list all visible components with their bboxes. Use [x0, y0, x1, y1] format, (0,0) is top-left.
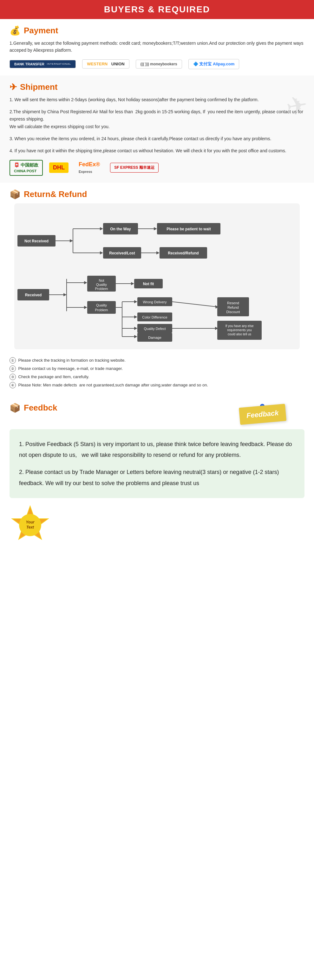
quality-problem-node: Quality [96, 303, 107, 307]
feedback-tag: Feedback [238, 404, 286, 425]
svg-text:requirements you: requirements you [227, 328, 252, 332]
shipment-point-1: 1. We will sent the items within 2-5days… [10, 96, 304, 104]
not-received-node: Not Received [24, 239, 49, 243]
svg-text:Quality: Quality [96, 283, 107, 286]
return-note-2: ② Please contact us by meesage, e-mail, … [10, 365, 304, 372]
return-title-text: Return& Refund [24, 189, 87, 199]
feedback-section: 📦 Feedbck Feedback 1. Positive Feedback … [0, 396, 314, 555]
feedback-tag-text: Feedback [246, 409, 279, 420]
gold-badge-container: Your Text [10, 504, 51, 546]
color-diff-node: Color Difference [142, 315, 167, 319]
svg-rect-32 [87, 301, 116, 314]
damage-node: Damage [148, 336, 162, 339]
svg-text:could also tell us: could also tell us [228, 332, 251, 336]
else-req-node: If you have any else [225, 324, 254, 328]
svg-text:Your: Your [26, 520, 35, 524]
payment-description: 1.Generally, we accept the following pay… [10, 40, 304, 54]
quality-defect-node: Quality Defect [144, 327, 166, 331]
payment-section: 💰 Payment 1.Generally, we accept the fol… [0, 19, 314, 75]
fedex-logo: FedEx®Express [75, 159, 104, 177]
shipment-section: ✈ Shipment 1. We will sent the items wit… [0, 75, 314, 183]
resend-node: Resend [227, 301, 239, 305]
chinapost-logo: 📮 中国邮政CHINA POST [10, 160, 43, 176]
feedback-title-text: Feedbck [24, 403, 57, 413]
shipment-title-text: Shipment [20, 82, 57, 92]
payment-title: 💰 Payment [10, 25, 304, 36]
wrong-delivery-node: Wrong Delivery [143, 300, 167, 304]
feedback-content: 1. Positive Feedback (5 Stars) is very i… [10, 429, 304, 498]
return-note-1: ① Please check the tracking in formation… [10, 357, 304, 364]
received-refund-node: Received/Refund [168, 251, 198, 255]
svg-text:Problem: Problem [95, 308, 108, 312]
received-lost-node: Received/Lost [109, 251, 135, 255]
not-quality-node: Not [98, 278, 104, 282]
svg-text:Refund: Refund [227, 305, 238, 309]
payment-logos: BANK TRANSFER INTERNATIONAL WESTERN UNIO… [10, 59, 304, 69]
moneybookers-logo: ((( ))) moneybookers [136, 60, 182, 68]
feedback-point-1: 1. Positive Feedback (5 Stars) is very i… [19, 439, 295, 460]
svg-text:Text: Text [26, 525, 34, 530]
alipay-logo: 🔷 支付宝 Alipay.com [189, 59, 239, 69]
page-header: BUYERS & REQUIRED [0, 0, 314, 19]
return-flowchart: Not Received On the Way Please be patien… [10, 204, 304, 349]
shipment-point-2: 2.The shipment by China Post Registered … [10, 108, 304, 131]
shipment-point-4: 4. If you have not got it within the shi… [10, 147, 304, 155]
return-note-3: ③ Check the package and Item, carefully. [10, 374, 304, 380]
feedback-title: 📦 Feedbck [10, 402, 57, 413]
return-title: 📦 Return& Refund [10, 189, 304, 200]
return-notes: ① Please check the tracking in formation… [10, 357, 304, 389]
not-fit-node: Not fit [143, 282, 154, 286]
patient-node: Please be patient to wait [167, 227, 211, 231]
shipment-title: ✈ Shipment [10, 82, 304, 92]
return-icon: 📦 [10, 189, 21, 200]
bank-transfer-logo: BANK TRANSFER INTERNATIONAL [10, 60, 76, 68]
payment-icon: 💰 [10, 25, 21, 36]
payment-title-text: Payment [24, 26, 58, 35]
svg-text:Discount: Discount [227, 310, 240, 314]
sf-express-logo: SF EXPRESS 顺丰速运 [110, 163, 159, 173]
feedback-point-2: 2. Please contact us by Trade Manager or… [19, 467, 295, 488]
page-title: BUYERS & REQUIRED [0, 5, 314, 14]
western-union-logo: WESTERN UNION [82, 59, 129, 68]
shipment-icon: ✈ [10, 82, 17, 92]
svg-text:Problem: Problem [95, 287, 108, 291]
shipment-point-3: 3. When you receive the items you ordere… [10, 135, 304, 143]
on-the-way-node: On the Way [110, 227, 131, 231]
return-note-4: ④ Please Note: Men made defects are not … [10, 382, 304, 389]
dhl-logo: DHL [49, 162, 68, 173]
return-section: 📦 Return& Refund Not Received On the Way… [0, 183, 314, 396]
feedback-icon: 📦 [10, 402, 21, 413]
shipping-logos: 📮 中国邮政CHINA POST DHL FedEx®Express SF EX… [10, 159, 304, 177]
received-node: Received [25, 293, 42, 297]
gold-badge-svg: Your Text [10, 504, 51, 546]
